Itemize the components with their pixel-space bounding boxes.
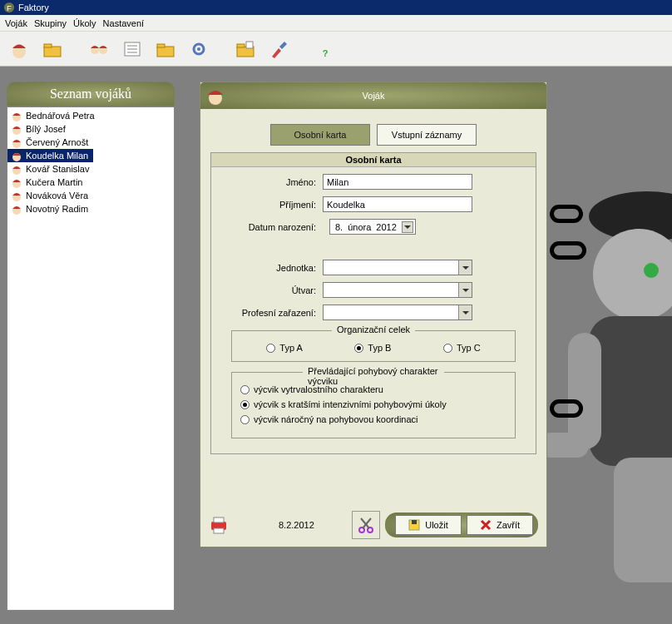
profession-combo[interactable] [323,305,472,320]
save-disk-icon [408,519,420,531]
tb-list-button[interactable] [118,35,146,63]
org-fieldset: Organizační celek Typ A Typ B Typ C [231,330,516,362]
toolbar: ? [0,32,672,67]
svg-point-20 [593,229,672,320]
dialog-footer: 8.2.2012 Uložit Zavřít [209,510,538,540]
label-unit: Jednotka: [223,263,323,273]
list-item[interactable]: Bednářová Petra [7,109,174,122]
window-title: Faktory [18,2,49,12]
list-item[interactable]: Kučera Martin [7,176,174,189]
svg-rect-37 [214,528,224,533]
app-icon: F [3,2,15,13]
tab-personal[interactable]: Osobní karta [270,124,370,146]
tb-help-button[interactable]: ? [311,35,339,63]
menu-vojak[interactable]: Voják [5,18,27,28]
unit-combo[interactable] [323,260,472,275]
question-icon: ? [314,38,336,60]
svg-rect-36 [214,518,224,522]
folder-icon [42,38,63,60]
soldier-face-icon [11,190,22,201]
list-item-label: Kučera Martin [26,177,82,187]
save-button[interactable]: Uložit [395,515,462,535]
soldier-face-icon [11,136,22,148]
list-item-label: Bednářová Petra [26,111,95,121]
list-item-selected[interactable]: Koudelka Milan [7,149,93,162]
button-bar: Uložit Zavřít [385,513,538,537]
tab-entries[interactable]: Vstupní záznamy [377,124,477,146]
bg-shape-2 [550,235,586,266]
svg-rect-4 [44,44,52,47]
cut-button[interactable] [352,511,380,539]
soldier-face-icon [11,110,22,121]
tb-soldier-button[interactable] [5,35,33,63]
training-opt2[interactable]: výcvik s kratšími intenzivními pohybovým… [240,399,506,409]
bg-shape-3 [550,393,583,424]
svg-rect-3 [44,47,61,57]
svg-rect-12 [157,44,165,47]
list-item[interactable]: Kovář Stanislav [7,162,174,176]
label-firstname: Jméno: [223,177,323,187]
list-item-label: Kovář Stanislav [26,164,89,174]
panel-title: Osobní karta [211,153,536,167]
list-item-label: Novotný Radim [26,204,88,214]
bg-shape-1 [550,198,583,230]
lastname-input[interactable] [323,196,472,212]
list-item-label: Červený Arnošt [26,137,88,147]
chevron-down-icon [458,283,472,297]
close-button[interactable]: Zavřít [467,515,533,535]
birth-year: 2012 [376,222,396,232]
training-opt3[interactable]: výcvik náročný na pohybovou koordinaci [240,414,506,424]
soldier-list-title: Seznam vojáků [7,82,175,106]
soldier-dialog: Voják Osobní karta Vstupní záznamy Osobn… [200,82,547,547]
svg-text:?: ? [323,48,329,58]
training-fieldset: Převládající pohybový charakter výcviku … [231,372,516,438]
list-item[interactable]: Bílý Josef [7,122,174,136]
chevron-down-icon[interactable] [402,221,413,233]
tb-group-button[interactable] [85,35,113,63]
org-type-c[interactable]: Typ C [443,343,481,353]
soldier-face-icon [11,176,22,188]
formation-combo[interactable] [323,282,472,298]
list-item[interactable]: Novotný Radim [7,202,174,215]
birthdate-picker[interactable]: 8. února 2012 [329,219,416,235]
firstname-input[interactable] [323,174,472,190]
list-item[interactable]: Nováková Věra [7,189,174,202]
list-item-label: Bílý Josef [26,124,66,134]
folder-open-icon [235,38,256,60]
window-titlebar: F Faktory [0,0,672,15]
svg-text:F: F [7,3,12,12]
svg-rect-11 [157,47,174,57]
tb-folder1-button[interactable] [38,35,67,63]
label-profession: Profesní zařazení: [223,308,323,318]
label-formation: Útvar: [223,285,323,295]
soldier-face-icon [8,38,30,60]
list-icon [121,38,143,60]
personal-panel: Osobní karta Jméno: Příjmení: Datum naro… [210,152,536,454]
menu-ukoly[interactable]: Úkoly [73,18,96,28]
soldier-list[interactable]: Bednářová Petra Bílý Josef Červený Arnoš… [7,106,175,611]
menu-skupiny[interactable]: Skupiny [34,18,67,28]
label-lastname: Příjmení: [223,200,323,210]
soldier-face-icon [11,150,22,161]
soldier-face-icon [11,123,22,135]
menu-nastaveni[interactable]: Nastavení [103,18,145,28]
list-item[interactable]: Červený Arnošt [7,136,174,149]
org-type-b[interactable]: Typ B [354,343,391,353]
svg-point-14 [197,47,200,51]
svg-rect-16 [237,44,245,47]
svg-rect-23 [568,333,601,449]
org-type-a[interactable]: Typ A [266,343,303,353]
tools-icon [268,38,289,60]
soldier-face-icon [11,203,22,215]
soldier-face-icon [205,86,225,106]
tb-folder3-button[interactable] [231,35,259,63]
tb-settings-button[interactable] [185,35,213,63]
printer-icon[interactable] [209,515,229,535]
folder-icon [155,38,176,60]
tb-folder2-button[interactable] [151,35,180,63]
list-item-label: Nováková Věra [26,191,88,201]
dialog-tabs: Osobní karta Vstupní záznamy [200,124,546,146]
tb-tools-button[interactable] [264,35,293,63]
dialog-title: Voják [200,82,546,109]
org-legend: Organizační celek [332,324,415,334]
